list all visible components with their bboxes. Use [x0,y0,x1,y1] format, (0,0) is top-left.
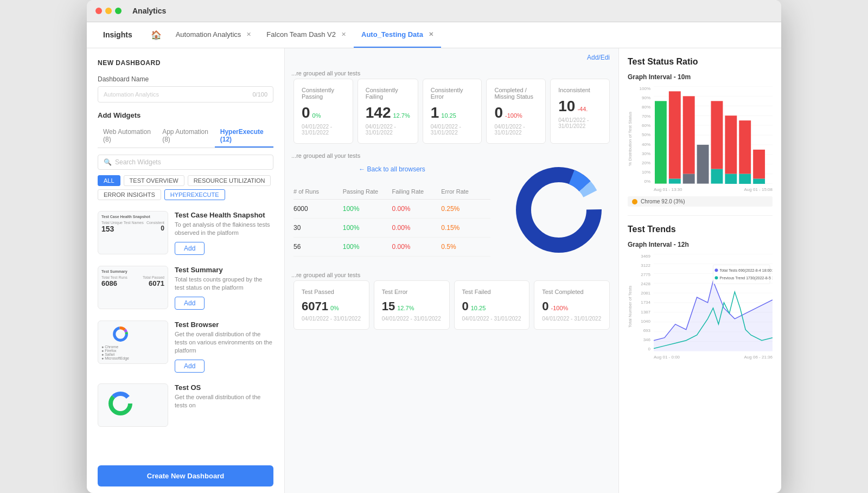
sidebar-header: NEW DASHBOARD Dashboard Name Automation … [87,48,284,211]
close-button[interactable] [95,8,102,14]
add-browser-button[interactable]: Add [175,360,205,373]
svg-rect-23 [683,96,695,174]
y-axis-label-trends: Total Number of Tests [628,254,634,360]
browser-donut-icon [101,324,139,344]
browser-table: # of Runs Passing Rate Failing Rate Erro… [285,177,499,263]
svg-marker-44 [654,281,773,351]
svg-rect-31 [739,174,751,184]
svg-text:Total Tests 690(2022-8-4 18:00: Total Tests 690(2022-8-4 18:00:00) [719,268,773,273]
stat-card-completed: Completed / Missing Status 0-100% 04/01/… [486,79,546,144]
widget-desc-os: Get the overall distribution of the test… [175,393,273,410]
bar-chart-area: % Distribution of Test Status 100%90%80%… [628,86,773,192]
tab-hyperexecute[interactable]: HyperExecute (12) [215,125,273,148]
grouped-notice: ...re grouped all your tests [285,67,618,79]
widget-info-health: Test Case Health Snapshot To get analysi… [175,211,273,255]
search-widgets-box[interactable]: 🔍 Search Widgets [98,155,273,170]
sidebar: NEW DASHBOARD Dashboard Name Automation … [87,48,285,493]
svg-rect-26 [711,101,723,169]
widget-item-summary: Test Summary Total Test RunsTotal Passed… [98,266,273,310]
stat-card-test-completed: Test Completed 0-100% 04/01/2022 - 31/01… [534,280,610,330]
widget-item-browser: ● Chrome● Firefox● Safari● MicrosoftEdge… [98,321,273,373]
browser-section: ...re grouped all your tests ← Back to a… [285,150,618,270]
tab-falcon[interactable]: Falcon Team Dash V2 ✕ [259,22,354,48]
widget-preview-health: Test Case Health Snapshot Total Unique T… [98,211,168,254]
close-tab-automation[interactable]: ✕ [246,31,251,38]
x-axis-labels-status: Aug 01 - 13:30 Aug 01 - 15:08 [654,187,773,192]
donut-chart-container [499,150,618,270]
filter-test-overview[interactable]: TEST OVERVIEW [124,175,184,186]
back-to-browsers-link[interactable]: ← Back to all browsers [285,161,499,177]
close-tab-auto-testing[interactable]: ✕ [429,31,433,38]
test-trends-title: Test Trends [628,225,773,234]
widget-preview-summary: Test Summary Total Test RunsTotal Passed… [98,266,168,309]
new-dashboard-title: NEW DASHBOARD [98,59,273,67]
stat-card-passing: Consistently Passing 00% 04/01/2022 - 31… [293,79,353,144]
dashboard-name-label: Dashboard Name [98,75,273,83]
legend-dot-chrome [632,199,637,204]
graph-interval-status: Graph Interval - 10m [628,73,773,81]
svg-rect-30 [739,120,751,174]
add-edit-link[interactable]: Add/Edi [285,48,618,67]
table-row: 56 100% 0.00% 0.5% [293,238,490,257]
tabs-bar: Insights 🏠 Automation Analytics ✕ Falcon… [87,22,781,48]
widget-item-health: Test Case Health Snapshot Total Unique T… [98,211,273,255]
widget-desc-browser: Get the overall distribution of the test… [175,330,273,355]
table-row: 30 100% 0.00% 0.15% [293,219,490,238]
y-axis-labels-trends: 346931222775242820811734138710406933460 [636,254,652,351]
filter-hyperexecute[interactable]: HYPEREXECUTE [164,189,225,200]
widget-desc-health: To get analysis of the flakiness tests o… [175,221,273,238]
minimize-button[interactable] [105,8,112,14]
widget-desc-summary: Total tests counts grouped by the test s… [175,276,273,292]
close-tab-falcon[interactable]: ✕ [341,31,346,38]
center-content: Add/Edi ...re grouped all your tests Con… [285,48,618,493]
add-summary-button[interactable]: Add [175,297,205,310]
add-health-button[interactable]: Add [175,242,205,255]
widget-name-browser: Test Browser [175,321,273,329]
create-dashboard-button[interactable]: Create New Dashboard [98,465,273,486]
svg-rect-33 [753,179,765,184]
home-icon[interactable]: 🏠 [151,30,162,40]
widget-preview-os [98,383,168,427]
svg-rect-22 [669,179,681,184]
tab-web-automation[interactable]: Web Automation (8) [98,125,157,148]
graph-interval-trends: Graph Interval - 12h [628,241,773,248]
svg-point-46 [714,268,718,272]
test-trends-section: Test Trends Graph Interval - 12h Total N… [628,225,773,360]
tab-app-automation[interactable]: App Automation (8) [157,125,215,148]
chart-legend-status: Chrome 92.0 (3%) [628,196,773,207]
widget-list: Test Case Health Snapshot Total Unique T… [87,211,284,459]
widget-info-summary: Test Summary Total tests counts grouped … [175,266,273,310]
filter-all[interactable]: ALL [98,175,120,186]
stat-card-failing: Consistently Failing 14212.7% 04/01/2022… [358,79,418,144]
svg-rect-29 [725,174,737,184]
tab-auto-testing[interactable]: Auto_Testing Data ✕ [354,22,441,48]
x-axis-labels-trends: Aug 01 - 0:00 Aug 06 - 21:36 [654,355,773,360]
y-axis-labels-status: 100%90%80%70%60%50%40%30%20%10%0% [636,86,652,184]
widget-name-health: Test Case Health Snapshot [175,211,273,219]
test-status-ratio-section: Test Status Ratio Graph Interval - 10m %… [628,57,773,207]
svg-rect-28 [725,116,737,174]
test-status-title: Test Status Ratio [628,57,773,67]
svg-rect-27 [711,169,723,184]
widget-info-os: Test OS Get the overall distribution of … [175,383,273,414]
filter-tags: ALL TEST OVERVIEW RESOURCE UTILIZATION E… [98,175,273,206]
stat-card-test-failed: Test Failed 010.25 04/01/2022 - 31/01/20… [454,280,530,330]
maximize-button[interactable] [115,8,122,14]
svg-rect-24 [683,174,695,184]
filter-error-insights[interactable]: ERROR INSIGHTS [98,189,161,200]
filter-resource-util[interactable]: RESOURCE UTILIZATION [188,175,271,186]
tab-automation[interactable]: Automation Analytics ✕ [168,22,259,48]
widget-info-browser: Test Browser Get the overall distributio… [175,321,273,373]
search-icon: 🔍 [104,158,112,166]
svg-rect-32 [753,150,765,179]
tab-insights[interactable]: Insights [95,22,140,48]
traffic-lights [95,8,122,14]
stat-card-test-error: Test Error 1512.7% 04/01/2022 - 31/01/20… [374,280,450,330]
y-axis-label-status: % Distribution of Test Status [628,86,634,192]
titlebar: Analytics [87,0,781,22]
widget-type-tabs: Web Automation (8) App Automation (8) Hy… [98,125,273,148]
table-row: 6000 100% 0.00% 0.25% [293,200,490,219]
dashboard-name-input[interactable]: Automation Analytics 0/100 [98,86,273,103]
svg-rect-45 [713,265,770,284]
svg-rect-25 [697,145,709,184]
